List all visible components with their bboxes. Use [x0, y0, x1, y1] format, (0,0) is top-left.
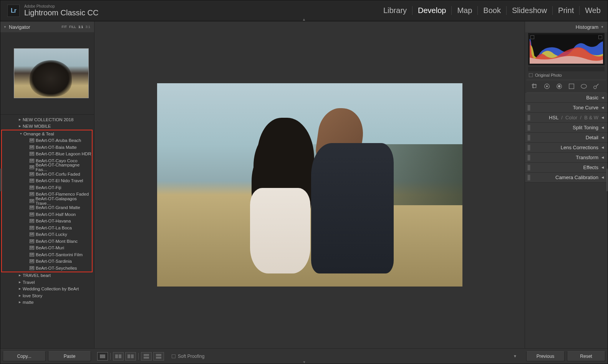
- preset-folder[interactable]: ▶Wedding Collection by BeArt: [0, 286, 94, 293]
- panel-toggle-switch[interactable]: [527, 145, 530, 151]
- develop-panel-header[interactable]: Split Toning◀: [525, 123, 608, 133]
- original-photo-toggle[interactable]: Original Photo: [525, 71, 608, 80]
- module-tab-print[interactable]: Print: [553, 6, 580, 15]
- develop-panel-header[interactable]: Camera Calibration◀: [525, 173, 608, 183]
- develop-panel-header[interactable]: Effects◀: [525, 163, 608, 173]
- svg-rect-89: [32, 255, 33, 255]
- before-after-lr-icon[interactable]: [113, 352, 124, 361]
- preset-item[interactable]: BeArt-OT-La Boca: [2, 224, 92, 231]
- radial-filter-icon[interactable]: [580, 82, 588, 91]
- preset-folder[interactable]: ▶NEW MOBILE: [0, 123, 94, 130]
- panel-toggle-switch[interactable]: [527, 165, 530, 171]
- highlight-clip-icon[interactable]: [598, 35, 602, 39]
- preset-item[interactable]: BeArt-OT-Half Moon: [2, 211, 92, 218]
- before-after-tb-icon[interactable]: [141, 352, 152, 361]
- preset-item[interactable]: BeArt-OT-El Nido Travel: [2, 178, 92, 184]
- right-panel: Histogram ▼ Original Photo: [525, 21, 608, 348]
- module-tab-slideshow[interactable]: Slideshow: [507, 6, 553, 15]
- preset-item[interactable]: BeArt-OT-Mont Blanc: [2, 238, 92, 245]
- spot-removal-icon[interactable]: [543, 82, 551, 91]
- histogram-header[interactable]: Histogram ▼: [525, 21, 608, 32]
- svg-rect-94: [32, 261, 33, 262]
- toolbar-dropdown-icon[interactable]: ▼: [511, 352, 519, 361]
- svg-rect-79: [32, 241, 33, 242]
- module-tab-book[interactable]: Book: [478, 6, 507, 15]
- svg-point-108: [581, 84, 586, 89]
- develop-panel-header[interactable]: Detail◀: [525, 133, 608, 143]
- preset-item[interactable]: BeArt-OT-Baia Matte: [2, 144, 92, 151]
- preset-label: BeArt-OT-Lucky: [36, 232, 67, 237]
- panel-toggle-switch[interactable]: [527, 175, 530, 181]
- panel-toggle-switch[interactable]: [527, 125, 530, 131]
- preset-item[interactable]: BeArt-OT-Muri: [2, 245, 92, 252]
- highlighted-preset-group: ▼Ornange & TealBeArt-OT-Aruba BeachBeArt…: [1, 130, 93, 272]
- loupe-view-icon[interactable]: [97, 352, 108, 361]
- histogram-display[interactable]: [530, 35, 603, 64]
- svg-rect-24: [32, 167, 33, 168]
- before-after-split2-icon[interactable]: [153, 352, 164, 361]
- canvas-area: [94, 21, 525, 348]
- preset-item[interactable]: BeArt-OT-Champagne Fas…: [2, 164, 92, 171]
- svg-rect-83: [30, 248, 32, 249]
- preset-item[interactable]: BeArt-OT-Grand Matte: [2, 204, 92, 211]
- preset-folder[interactable]: ▶NEW COLLECTION 2018: [0, 116, 94, 123]
- panel-toggle-switch[interactable]: [527, 115, 530, 121]
- collapse-top-handle[interactable]: ▲: [302, 17, 306, 21]
- panel-toggle-switch[interactable]: [527, 155, 530, 161]
- preset-icon: [28, 145, 36, 149]
- preset-folder[interactable]: ▼Ornange & Teal: [2, 130, 92, 137]
- adjustment-brush-icon[interactable]: [592, 82, 600, 91]
- copy-button[interactable]: Copy...: [3, 351, 46, 361]
- preset-item[interactable]: BeArt-OT-Sardinia: [2, 258, 92, 265]
- redeye-tool-icon[interactable]: [555, 82, 563, 91]
- navigator-thumbnail[interactable]: [14, 48, 89, 98]
- before-after-split-icon[interactable]: [125, 352, 136, 361]
- zoom-level-1-1[interactable]: 1:1: [78, 25, 83, 29]
- preset-item[interactable]: BeArt-OT-Santorini Film: [2, 251, 92, 258]
- preset-label: BeArt-OT-Corfu Faded: [36, 172, 80, 176]
- shadow-clip-icon[interactable]: [530, 35, 534, 39]
- disclosure-icon: ▶: [19, 301, 23, 304]
- panel-toggle-switch[interactable]: [527, 105, 530, 111]
- folder-label: love Story: [23, 293, 42, 298]
- preset-item[interactable]: BeArt-OT-Seychelles: [2, 265, 92, 272]
- zoom-level-3-1[interactable]: 3:1: [85, 25, 90, 29]
- preset-item[interactable]: BeArt-OT-Havana: [2, 218, 92, 225]
- preset-folder[interactable]: ▶love Story: [0, 292, 94, 299]
- preset-item[interactable]: BeArt-OT-Fiji: [2, 184, 92, 191]
- preset-item[interactable]: BeArt-OT-Lucky: [2, 231, 92, 238]
- develop-panel-header[interactable]: Tone Curve◀: [525, 103, 608, 113]
- module-tab-web[interactable]: Web: [580, 6, 601, 15]
- previous-button[interactable]: Previous: [526, 351, 565, 361]
- reset-button[interactable]: Reset: [567, 351, 605, 361]
- crop-tool-icon[interactable]: [530, 82, 539, 91]
- module-tab-map[interactable]: Map: [452, 6, 478, 15]
- collapse-right-handle[interactable]: [606, 168, 608, 191]
- develop-panel-header[interactable]: HSL / Color / B & W◀: [525, 113, 608, 123]
- module-tab-library[interactable]: Library: [378, 6, 413, 15]
- svg-rect-1: [30, 139, 31, 140]
- preset-item[interactable]: BeArt-OT-Blue Lagoon HDR: [2, 151, 92, 158]
- preset-item[interactable]: BeArt-OT-Galapagos Trave…: [2, 198, 92, 204]
- preset-item[interactable]: BeArt-OT-Aruba Beach: [2, 137, 92, 144]
- preset-label: BeArt-OT-Baia Matte: [36, 145, 77, 150]
- svg-rect-69: [32, 228, 33, 229]
- develop-panel-header[interactable]: Lens Corrections◀: [525, 143, 608, 153]
- module-tab-develop[interactable]: Develop: [413, 6, 452, 15]
- panel-toggle-switch[interactable]: [527, 135, 530, 141]
- develop-panel-header[interactable]: Transform◀: [525, 153, 608, 163]
- preset-folder[interactable]: ▶matte: [0, 299, 94, 306]
- paste-button[interactable]: Paste: [48, 351, 91, 361]
- zoom-level-FILL[interactable]: FILL: [69, 25, 76, 29]
- main-photo[interactable]: [157, 83, 462, 287]
- preset-folder[interactable]: ▶Travel: [0, 279, 94, 286]
- soft-proofing-toggle[interactable]: Soft Proofing: [172, 354, 204, 359]
- svg-rect-59: [32, 214, 33, 215]
- develop-panel-header[interactable]: Basic◀: [525, 93, 608, 103]
- zoom-level-FIT[interactable]: FIT: [61, 25, 67, 29]
- preset-folder[interactable]: ▶TRAVEL beart: [0, 272, 94, 279]
- preset-item[interactable]: BeArt-OT-Corfu Faded: [2, 171, 92, 178]
- graduated-filter-icon[interactable]: [567, 82, 576, 91]
- collapse-left-handle[interactable]: [0, 168, 2, 191]
- navigator-header[interactable]: ▼ Navigator FITFILL1:13:1: [0, 21, 94, 32]
